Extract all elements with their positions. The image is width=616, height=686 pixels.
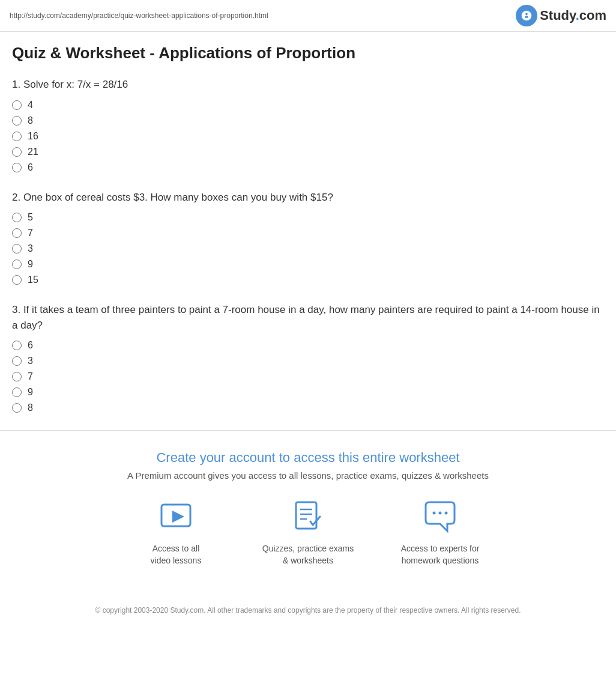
question-1-radio-5[interactable] xyxy=(12,163,22,172)
questions-container: 1. Solve for x: 7/x = 28/1648162162. One… xyxy=(12,77,604,413)
question-3-radio-4[interactable] xyxy=(12,387,22,397)
question-1-label-5: 6 xyxy=(28,162,33,173)
logo-svg xyxy=(520,9,533,22)
question-1-text: 1. Solve for x: 7/x = 28/16 xyxy=(12,77,604,93)
top-bar: http://study.com/academy/practice/quiz-w… xyxy=(0,0,616,31)
logo: Study.com xyxy=(516,5,606,26)
feature-quiz-text: Quizzes, practice exams & worksheets xyxy=(262,543,354,566)
question-3-radio-5[interactable] xyxy=(12,403,22,413)
quiz-icon xyxy=(289,497,327,536)
question-2-label-2: 7 xyxy=(28,228,33,238)
svg-point-8 xyxy=(445,512,448,515)
feature-video: Access to all video lessons xyxy=(128,497,224,566)
page-title: Quiz & Worksheet - Applications of Propo… xyxy=(12,44,604,62)
main-content: Quiz & Worksheet - Applications of Propo… xyxy=(0,31,616,413)
promo-features: Access to all video lessons Quizzes, pra… xyxy=(12,497,604,566)
question-2-label-5: 15 xyxy=(28,275,38,285)
question-3-option-2[interactable]: 3 xyxy=(12,356,604,366)
question-2-option-4[interactable]: 9 xyxy=(12,259,604,270)
feature-quiz: Quizzes, practice exams & worksheets xyxy=(260,497,356,566)
question-3-option-4[interactable]: 9 xyxy=(12,387,604,398)
question-1-label-2: 8 xyxy=(28,115,33,126)
svg-marker-1 xyxy=(172,511,184,523)
question-3-text: 3. If it takes a team of three painters … xyxy=(12,302,604,333)
feature-expert: Access to experts for homework questions xyxy=(392,497,488,566)
question-1-option-3[interactable]: 16 xyxy=(12,131,604,142)
question-1-label-3: 16 xyxy=(28,131,38,142)
question-3-label-1: 6 xyxy=(28,340,33,351)
question-1-radio-4[interactable] xyxy=(12,147,22,157)
question-3-label-5: 8 xyxy=(28,402,33,413)
question-1-radio-3[interactable] xyxy=(12,132,22,141)
question-1-radio-2[interactable] xyxy=(12,116,22,126)
question-3: 3. If it takes a team of three painters … xyxy=(12,302,604,413)
question-1: 1. Solve for x: 7/x = 28/164816216 xyxy=(12,77,604,173)
promo-title: Create your account to access this entir… xyxy=(12,450,604,466)
expert-icon xyxy=(421,497,459,536)
question-2-label-4: 9 xyxy=(28,259,33,270)
promo-subtitle: A Premium account gives you access to al… xyxy=(12,470,604,481)
question-3-option-3[interactable]: 7 xyxy=(12,371,604,382)
question-3-option-1[interactable]: 6 xyxy=(12,340,604,351)
question-1-label-1: 4 xyxy=(28,100,33,111)
question-2-radio-2[interactable] xyxy=(12,228,22,238)
svg-point-7 xyxy=(439,512,442,515)
question-2-option-5[interactable]: 15 xyxy=(12,275,604,285)
question-2-radio-5[interactable] xyxy=(12,275,22,285)
question-3-radio-1[interactable] xyxy=(12,341,22,350)
question-2-option-1[interactable]: 5 xyxy=(12,212,604,223)
copyright: © copyright 2003-2020 Study.com. All oth… xyxy=(0,595,616,628)
question-2: 2. One box of cereal costs $3. How many … xyxy=(12,190,604,286)
video-icon xyxy=(157,497,195,536)
svg-point-6 xyxy=(433,512,436,515)
question-3-label-3: 7 xyxy=(28,371,33,382)
url-bar: http://study.com/academy/practice/quiz-w… xyxy=(10,11,268,20)
feature-video-text: Access to all video lessons xyxy=(151,543,202,566)
question-2-radio-1[interactable] xyxy=(12,213,22,222)
question-1-radio-1[interactable] xyxy=(12,100,22,110)
question-2-text: 2. One box of cereal costs $3. How many … xyxy=(12,190,604,205)
question-2-option-3[interactable]: 3 xyxy=(12,243,604,254)
question-3-radio-3[interactable] xyxy=(12,372,22,381)
question-1-option-2[interactable]: 8 xyxy=(12,115,604,126)
question-2-label-1: 5 xyxy=(28,212,33,223)
question-3-label-4: 9 xyxy=(28,387,33,398)
question-3-label-2: 3 xyxy=(28,356,33,366)
logo-text: Study.com xyxy=(540,8,606,23)
feature-expert-text: Access to experts for homework questions xyxy=(401,543,480,566)
question-2-radio-4[interactable] xyxy=(12,260,22,269)
question-3-option-5[interactable]: 8 xyxy=(12,402,604,413)
question-3-radio-2[interactable] xyxy=(12,356,22,366)
promo-section: Create your account to access this entir… xyxy=(0,431,616,595)
logo-icon xyxy=(516,5,537,26)
question-1-option-4[interactable]: 21 xyxy=(12,147,604,157)
question-2-option-2[interactable]: 7 xyxy=(12,228,604,238)
question-2-radio-3[interactable] xyxy=(12,244,22,253)
question-1-label-4: 21 xyxy=(28,147,38,157)
question-1-option-5[interactable]: 6 xyxy=(12,162,604,173)
question-1-option-1[interactable]: 4 xyxy=(12,100,604,111)
question-2-label-3: 3 xyxy=(28,243,33,254)
